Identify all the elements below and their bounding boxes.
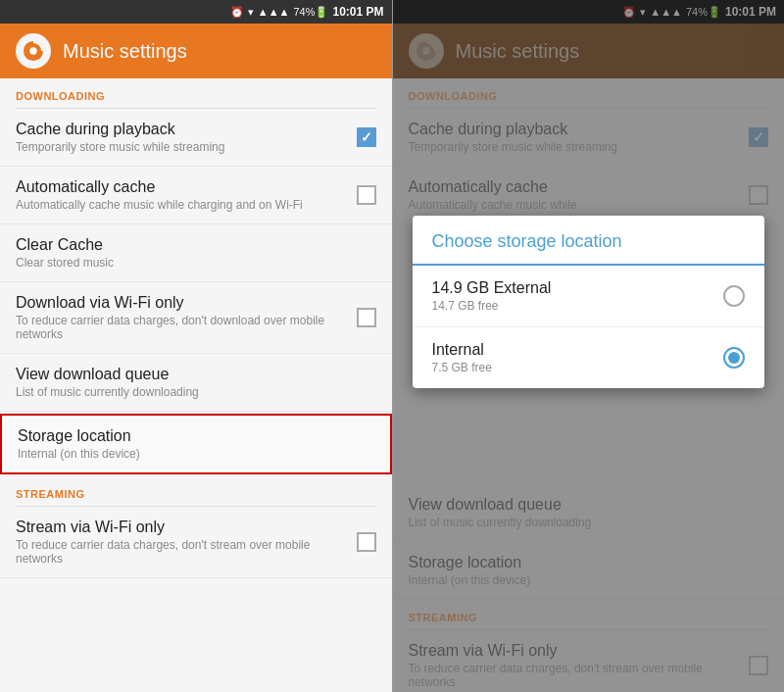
setting-title-download-wifi: Download via Wi-Fi only bbox=[16, 294, 357, 312]
setting-download-wifi[interactable]: Download via Wi-Fi only To reduce carrie… bbox=[0, 282, 392, 354]
app-icon-left bbox=[16, 33, 51, 69]
app-title-left: Music settings bbox=[63, 40, 187, 63]
setting-sub-stream-wifi: To reduce carrier data charges, don't st… bbox=[16, 538, 357, 566]
dialog-option-internal[interactable]: Internal 7.5 GB free bbox=[413, 327, 765, 388]
setting-text-storage: Storage location Internal (on this devic… bbox=[18, 427, 374, 461]
setting-sub-cache-playback: Temporarily store music while streaming bbox=[16, 140, 357, 154]
setting-sub-storage: Internal (on this device) bbox=[18, 447, 374, 461]
checkbox-download-wifi[interactable] bbox=[357, 308, 376, 327]
storage-dialog: Choose storage location 14.9 GB External… bbox=[413, 216, 765, 388]
setting-auto-cache[interactable]: Automatically cache Automatically cache … bbox=[0, 167, 392, 224]
status-bar-left: ⏰ ▾ ▲▲▲ 74%🔋 10:01 PM bbox=[0, 0, 392, 24]
setting-clear-cache[interactable]: Clear Cache Clear stored music bbox=[0, 224, 392, 282]
setting-sub-clear-cache: Clear stored music bbox=[16, 256, 376, 270]
left-panel: ⏰ ▾ ▲▲▲ 74%🔋 10:01 PM Music settings DOW… bbox=[0, 0, 392, 692]
setting-download-queue[interactable]: View download queue List of music curren… bbox=[0, 354, 392, 412]
option-sub-external: 14.7 GB free bbox=[432, 299, 552, 313]
wifi-icon-left: ▾ bbox=[248, 6, 254, 19]
setting-text-cache-playback: Cache during playback Temporarily store … bbox=[16, 121, 357, 154]
signal-icon-left: ▲▲▲ bbox=[258, 6, 290, 18]
setting-text-stream-wifi: Stream via Wi-Fi only To reduce carrier … bbox=[16, 519, 357, 566]
checkbox-auto-cache[interactable] bbox=[357, 185, 376, 205]
right-panel: ⏰ ▾ ▲▲▲ 74%🔋 10:01 PM Music settings DOW… bbox=[393, 0, 785, 692]
radio-external[interactable] bbox=[723, 285, 745, 307]
setting-sub-download-queue: List of music currently downloading bbox=[16, 385, 376, 399]
setting-text-clear-cache: Clear Cache Clear stored music bbox=[16, 236, 376, 270]
setting-title-download-queue: View download queue bbox=[16, 366, 376, 383]
checkbox-cache-playback[interactable] bbox=[357, 127, 376, 147]
dialog-title: Choose storage location bbox=[413, 216, 765, 266]
app-container: ⏰ ▾ ▲▲▲ 74%🔋 10:01 PM Music settings DOW… bbox=[0, 0, 784, 692]
setting-text-download-queue: View download queue List of music curren… bbox=[16, 366, 376, 399]
setting-storage-location[interactable]: Storage location Internal (on this devic… bbox=[0, 414, 392, 474]
setting-title-storage: Storage location bbox=[18, 427, 374, 445]
option-title-external: 14.9 GB External bbox=[432, 279, 552, 297]
checkbox-stream-wifi[interactable] bbox=[357, 532, 376, 552]
setting-title-auto-cache: Automatically cache bbox=[16, 178, 357, 196]
option-title-internal: Internal bbox=[432, 341, 492, 359]
time-left: 10:01 PM bbox=[332, 5, 383, 19]
option-sub-internal: 7.5 GB free bbox=[432, 361, 492, 374]
dialog-option-external[interactable]: 14.9 GB External 14.7 GB free bbox=[413, 266, 765, 327]
setting-text-download-wifi: Download via Wi-Fi only To reduce carrie… bbox=[16, 294, 357, 341]
setting-sub-auto-cache: Automatically cache music while charging… bbox=[16, 198, 357, 212]
dialog-option-text-external: 14.9 GB External 14.7 GB free bbox=[432, 279, 552, 313]
section-downloading-left: DOWNLOADING bbox=[0, 78, 392, 108]
header-left: Music settings bbox=[0, 24, 392, 78]
setting-title-cache-playback: Cache during playback bbox=[16, 121, 357, 138]
setting-sub-download-wifi: To reduce carrier data charges, don't do… bbox=[16, 314, 357, 341]
svg-point-1 bbox=[29, 47, 36, 54]
setting-title-clear-cache: Clear Cache bbox=[16, 236, 376, 254]
dialog-option-text-internal: Internal 7.5 GB free bbox=[432, 341, 492, 374]
alarm-icon-left: ⏰ bbox=[230, 6, 244, 19]
setting-title-stream-wifi: Stream via Wi-Fi only bbox=[16, 519, 357, 536]
setting-text-auto-cache: Automatically cache Automatically cache … bbox=[16, 178, 357, 212]
section-streaming-left: STREAMING bbox=[0, 476, 392, 506]
radio-internal[interactable] bbox=[723, 347, 745, 369]
setting-stream-wifi[interactable]: Stream via Wi-Fi only To reduce carrier … bbox=[0, 507, 392, 578]
settings-list-left: DOWNLOADING Cache during playback Tempor… bbox=[0, 78, 392, 692]
battery-left: 74%🔋 bbox=[293, 6, 328, 19]
setting-cache-playback[interactable]: Cache during playback Temporarily store … bbox=[0, 109, 392, 167]
